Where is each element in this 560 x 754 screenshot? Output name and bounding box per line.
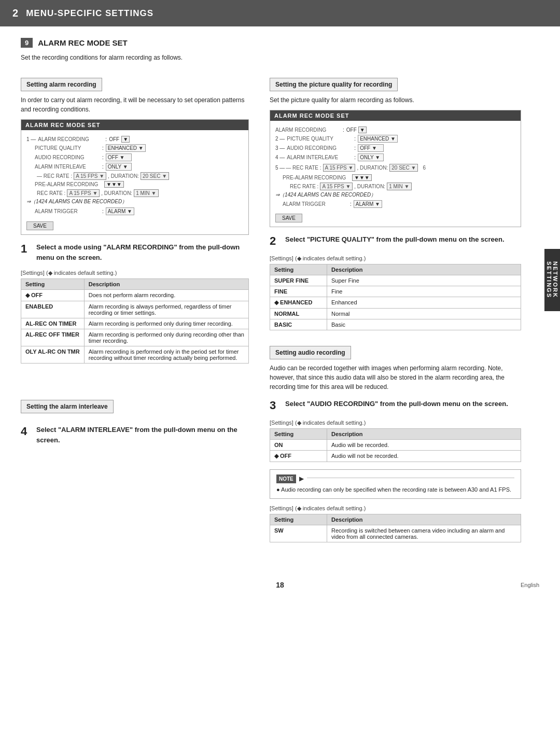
alarm-row-num-1: 1 — [26,136,36,142]
alarm-trigger-value: ALARM ▼ [106,207,134,215]
section-intro: Set the recording conditions for alarm r… [21,53,539,62]
settings-table-4: Setting Description SW Recording is swit… [270,514,521,542]
t2r4s: NORMAL [270,309,327,319]
table4-header-description: Description [327,514,521,525]
table-row: ◆ ENHANCED Enhanced [270,297,521,309]
step-4: 4 Select "ALARM INTERLEAVE" from the pul… [21,425,249,445]
row-num-4r: 4 — [275,155,285,160]
chapter-title: MENU-SPECIFIC SETTINGS [26,8,153,19]
alarm-label-r3: AUDIO RECORDING [287,145,354,151]
t2r2s: FINE [270,286,327,297]
rec-rate-row-r: — REC RATE : A 15 FPS ▼ , DURATION: 20 S… [286,164,515,172]
pre-alarm-duration: 1 MIN ▼ [134,189,158,197]
duration-value: 20 SEC ▼ [141,172,169,180]
page-number: 18 [276,581,284,589]
settings-note-2: [Settings] (◆ indicates default setting.… [270,255,521,262]
alarm-trigger-r: ALARM ▼ [354,200,382,208]
alarm-label-r4: ALARM INTERLEAVE [287,155,354,160]
step-4-text: Select "ALARM INTERLEAVE" from the pull-… [36,426,237,444]
subsection-label-alarm: Setting alarm recording [21,78,102,91]
alarm-value-3: OFF ▼ [106,153,132,161]
table-row: BASIC Basic [270,319,521,330]
pre-alarm-label-r: PRE-ALARM RECORDING [283,175,350,180]
subsection-label-interleave: Setting the alarm interleave [21,400,114,413]
alarm-value-r3: OFF ▼ [358,144,384,152]
t2r1s: SUPER FINE [270,275,327,286]
table2-header-description: Description [327,264,521,275]
table3-header-setting: Setting [270,429,327,440]
note-arrow: ▶ [299,474,304,483]
alarm-box-left: ALARM REC MODE SET 1 — ALARM RECORDING :… [21,119,249,235]
subsection-text-picture: Set the picture quality for alarm record… [270,95,521,105]
alarm-box-right: ALARM REC MODE SET ALARM RECORDING : OFF… [270,110,521,227]
alarm-box-title-left: ALARM REC MODE SET [21,120,248,130]
table1-row2-setting: ENABLED [21,301,85,318]
step-2: 2 Select "PICTURE QUALITY" from the pull… [270,234,521,248]
section-number: 9 [21,38,33,48]
alarm-value-4: ONLY ▼ [106,163,132,171]
table-row: ◆ OFF Does not perform alarm recording. [21,290,249,301]
t2r2d: Fine [327,286,521,297]
settings-note-3: [Settings] (◆ indicates default setting.… [270,420,521,426]
t2r5d: Basic [327,319,521,330]
table1-row1-setting: ◆ OFF [21,290,85,301]
t3r2d: Audio will not be recorded. [327,451,521,462]
step-1-text: Select a mode using "ALARM RECORDING" fr… [36,243,240,261]
step-3: 3 Select "AUDIO RECORDING" from the pull… [270,399,521,412]
table1-row1-desc: Does not perform alarm recording. [84,290,248,301]
page-footer: 18 English [0,570,560,594]
pre-alarm-label: PRE-ALARM RECORDING [35,181,102,187]
table-row: FINE Fine [270,286,521,297]
page-lang: English [521,582,539,588]
alarm-value-2: ENHANCED ▼ [106,144,146,152]
alarm-box-title-right: ALARM REC MODE SET [270,110,521,121]
pre-alarm-dur-r: 1 MIN ▼ [387,183,411,190]
table-row: SUPER FINE Super Fine [270,275,521,286]
pre-alarm-rec-rate: A 15 FPS ▼ [67,189,100,197]
alarm-save-btn-r[interactable]: SAVE [275,214,302,222]
alarm-value-r2: ENHANCED ▼ [358,135,398,143]
table2-header-setting: Setting [270,264,327,275]
alarm-save-btn[interactable]: SAVE [26,221,53,230]
table1-row3-desc: Alarm recording is performed only during… [84,318,248,329]
table-row: OLY AL-RC ON TMR Alarm recording is perf… [21,346,249,364]
rec-rate-value: A 15 FPS ▼ [74,172,106,180]
t4r1s: SW [270,525,327,542]
duration-value-r: 20 SEC ▼ [389,164,418,172]
alarm-label-1: ALARM RECORDING [38,136,105,142]
settings-note-4: [Settings] (◆ indicates default setting.… [270,505,521,512]
pre-alarm-rec-r: A 15 FPS ▼ [320,183,353,190]
step-number-2: 2 [270,234,281,248]
table1-row5-desc: Alarm recording is performed only in the… [84,346,248,364]
settings-note-1: [Settings] (◆ indicates default setting.… [21,270,249,276]
step-number-1: 1 [21,242,32,256]
pre-alarm-rec-rate-row: REC RATE : A 15 FPS ▼ , DURATION: 1 MIN … [37,189,243,197]
t3r1s: ON [270,440,327,451]
t2r1d: Super Fine [327,275,521,286]
note-box: NOTE ▶ ● Audio recording can only be spe… [270,469,521,499]
table1-row5-setting: OLY AL-RC ON TMR [21,346,85,364]
table1-row3-setting: AL-REC ON TIMER [21,318,85,329]
note-icon: NOTE [276,474,296,483]
t2r3d: Enhanced [327,297,521,309]
chapter-header: 2 MENU-SPECIFIC SETTINGS [0,0,560,26]
alarm-note-r: ⇒（1424 ALARMS CAN BE RECORDED） [275,191,515,199]
table3-header-description: Description [327,429,521,440]
table-row: ON Audio will be recorded. [270,440,521,451]
table1-row4-desc: Alarm recording is performed only during… [84,329,248,346]
rec-rate-value-r: A 15 FPS ▼ [323,164,356,172]
step-2-text: Select "PICTURE QUALITY" from the pull-d… [285,235,505,243]
table1-row4-setting: AL-REC OFF TIMER [21,329,85,346]
subsection-text-audio: Audio can be recorded together with imag… [270,364,521,392]
t4r1d: Recording is switched between camera vid… [327,525,521,542]
table1-header-description: Description [84,279,248,290]
alarm-label-r2: PICTURE QUALITY [287,136,354,142]
subsection-label-audio: Setting audio recording [270,346,351,359]
step-1: 1 Select a mode using "ALARM RECORDING" … [21,242,249,262]
alarm-label-2: PICTURE QUALITY [35,145,102,151]
note-text: ● Audio recording can only be specified … [276,485,514,494]
settings-table-1: Setting Description ◆ OFF Does not perfo… [21,278,249,364]
table-row: NORMAL Normal [270,309,521,319]
alarm-note: ⇒（1424 ALARMS CAN BE RECORDED） [26,198,243,205]
table-row: AL-REC OFF TIMER Alarm recording is perf… [21,329,249,346]
